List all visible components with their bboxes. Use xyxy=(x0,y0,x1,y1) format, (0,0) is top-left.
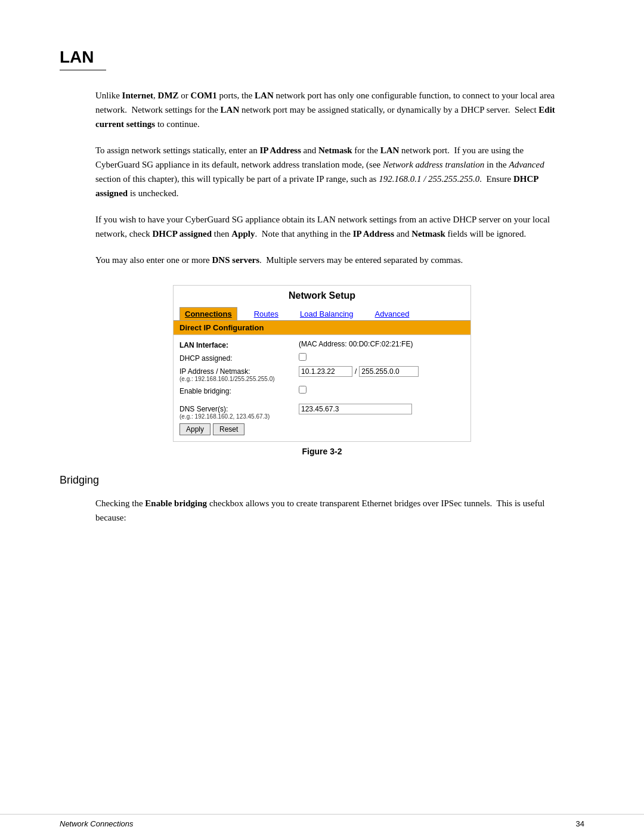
tab-connections[interactable]: Connections xyxy=(179,307,237,320)
dhcp-row: DHCP assigned: xyxy=(179,353,465,363)
dns-row: DNS Server(s): (e.g.: 192.168.160.2, 123… xyxy=(179,404,465,420)
tab-routes[interactable]: Routes xyxy=(249,308,283,320)
network-setup-title: Network Setup xyxy=(174,286,470,305)
dhcp-checkbox[interactable] xyxy=(299,353,306,361)
paragraph-3: If you wish to have your CyberGuard SG a… xyxy=(60,212,584,241)
lan-interface-label: LAN Interface: xyxy=(179,340,299,349)
lan-interface-row: LAN Interface: (MAC Address: 00:D0:CF:02… xyxy=(179,340,465,349)
ip-netmask-row: IP Address / Netmask: (e.g.: 192.168.160… xyxy=(179,366,465,382)
ip-netmask-inputs: / xyxy=(299,366,465,377)
paragraph-1: Unlike Internet, DMZ or COM1 ports, the … xyxy=(60,88,584,131)
paragraph-2: To assign network settings statically, e… xyxy=(60,143,584,200)
apply-button[interactable]: Apply xyxy=(179,423,210,435)
buttons-row: Apply Reset xyxy=(179,423,465,435)
network-setup-box: Network Setup Connections Routes Load Ba… xyxy=(173,285,471,442)
bridging-heading: Bridging xyxy=(60,474,584,487)
bridging-checkbox-container xyxy=(299,386,465,394)
netmask-input[interactable] xyxy=(359,366,419,377)
enable-bridging-label: Enable bridging: xyxy=(179,386,299,395)
enable-bridging-row: Enable bridging: xyxy=(179,386,465,395)
footer-bar: Network Connections 34 xyxy=(0,814,644,833)
ip-address-input[interactable] xyxy=(299,366,352,377)
tab-load-balancing[interactable]: Load Balancing xyxy=(295,308,358,320)
ip-netmask-label: IP Address / Netmask: (e.g.: 192.168.160… xyxy=(179,366,299,382)
tabs-row: Connections Routes Load Balancing Advanc… xyxy=(174,305,470,321)
dhcp-label: DHCP assigned: xyxy=(179,353,299,363)
dns-input[interactable] xyxy=(299,404,412,414)
bridging-checkbox[interactable] xyxy=(299,386,306,394)
dns-label: DNS Server(s): (e.g.: 192.168.160.2, 123… xyxy=(179,404,299,420)
section-header: Direct IP Configuration xyxy=(174,321,470,335)
form-body: LAN Interface: (MAC Address: 00:D0:CF:02… xyxy=(174,335,470,441)
mac-address-value: (MAC Address: 00:D0:CF:02:21:FE) xyxy=(299,340,465,348)
reset-button[interactable]: Reset xyxy=(213,423,244,435)
bridging-text: Checking the Enable bridging checkbox al… xyxy=(60,496,584,525)
page-number: 34 xyxy=(576,819,584,828)
figure-container: Network Setup Connections Routes Load Ba… xyxy=(60,285,584,456)
paragraph-4: You may also enter one or more DNS serve… xyxy=(60,253,584,267)
figure-caption: Figure 3-2 xyxy=(302,447,342,456)
dhcp-checkbox-container xyxy=(299,353,465,361)
tab-advanced[interactable]: Advanced xyxy=(370,308,414,320)
footer-label: Network Connections xyxy=(60,819,134,828)
dns-input-container xyxy=(299,404,465,414)
page-title: LAN xyxy=(60,48,106,70)
